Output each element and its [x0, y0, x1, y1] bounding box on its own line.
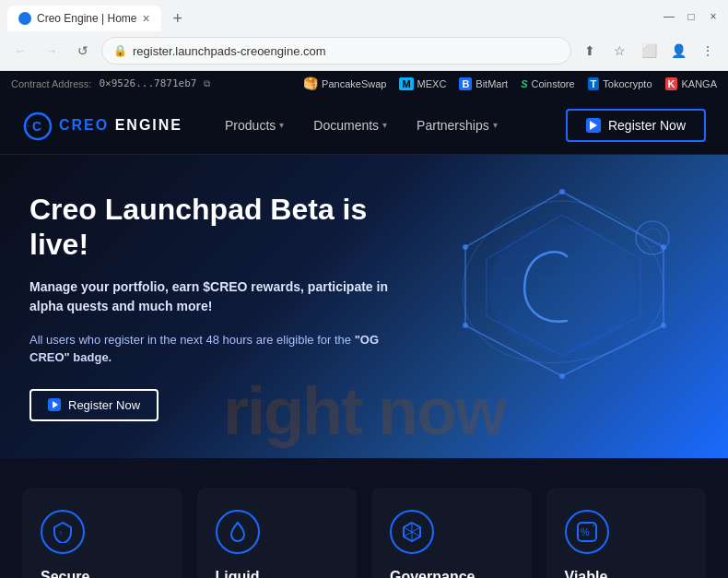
window-controls: — □ × — [662, 9, 721, 28]
chevron-down-icon: ▾ — [382, 120, 387, 130]
hero-note: All users who register in the next 48 ho… — [29, 331, 397, 367]
feature-card-liquid: Liquid Enjoy fluid in your transactions — [197, 488, 358, 578]
svg-line-25 — [593, 525, 594, 526]
address-text: register.launchpads-creoengine.com — [133, 44, 326, 58]
chevron-down-icon: ▾ — [279, 120, 284, 130]
svg-point-15 — [463, 323, 468, 328]
play-icon — [586, 118, 601, 133]
new-tab-button[interactable]: + — [165, 6, 191, 31]
contract-address: 0×9526...7871eb7 — [99, 77, 196, 89]
svg-text:%: % — [581, 526, 590, 537]
tab-title: Creo Engine | Home — [37, 12, 137, 25]
svg-text:C: C — [32, 119, 41, 134]
feature-icon-percent: % — [565, 510, 609, 554]
feature-card-viable: % Viable $CREO serves as the foundation — [546, 488, 707, 578]
exchange-name: PancakeSwap — [322, 78, 386, 89]
nav-item-documents[interactable]: Documents ▾ — [300, 111, 400, 140]
hero-title: Creo Launchpad Beta is live! — [29, 192, 397, 263]
hero-btn-label: Register Now — [68, 398, 140, 412]
play-icon — [48, 398, 61, 411]
share-icon[interactable]: ⬆ — [577, 38, 603, 64]
exchange-mexc[interactable]: M MEXC — [399, 77, 446, 90]
maximize-icon[interactable]: □ — [684, 9, 699, 24]
browser-titlebar: Creo Engine | Home × + — □ × — [0, 0, 728, 31]
browser-chrome: Creo Engine | Home × + — □ × ← → ↺ 🔒 reg… — [0, 0, 728, 71]
contract-label: Contract Address: — [11, 78, 91, 89]
profile-icon[interactable]: 👤 — [665, 38, 691, 64]
svg-text:·: · — [28, 123, 29, 129]
feature-title-liquid: Liquid — [216, 569, 339, 578]
tab-favicon — [18, 12, 31, 25]
feature-icon-hex — [390, 510, 434, 554]
exchange-name: KANGA — [681, 78, 717, 89]
tab-close-icon[interactable]: × — [143, 11, 150, 26]
features-section: ! Secure $CREO is fortified with certifi… — [0, 458, 728, 578]
menu-icon[interactable]: ⋮ — [695, 38, 721, 64]
svg-point-16 — [463, 244, 468, 250]
forward-button[interactable]: → — [39, 38, 65, 64]
nav-item-products[interactable]: Products ▾ — [212, 111, 297, 140]
hero-subtitle: Manage your portfolio, earn $CREO reward… — [29, 277, 397, 316]
exchange-tokocrypto[interactable]: T Tokocrypto — [588, 77, 652, 90]
nav-label-documents: Documents — [313, 118, 379, 133]
feature-card-secure: ! Secure $CREO is fortified with certifi… — [22, 488, 182, 578]
exchange-coinstore[interactable]: S Coinstore — [521, 78, 574, 89]
hero-register-button[interactable]: Register Now — [29, 389, 159, 421]
close-icon[interactable]: × — [706, 9, 721, 24]
nav-label-partnerships: Partnerships — [417, 118, 489, 133]
copy-icon[interactable]: ⧉ — [204, 78, 210, 89]
play-triangle — [53, 401, 58, 408]
exchange-name: BitMart — [476, 78, 508, 89]
browser-tab[interactable]: Creo Engine | Home × — [7, 6, 161, 31]
exchange-bitmart[interactable]: B BitMart — [459, 77, 508, 90]
logo-text: CREO ENGINE — [59, 117, 182, 134]
logo-icon: C · — [22, 111, 52, 140]
register-now-button[interactable]: Register Now — [566, 109, 706, 142]
reload-button[interactable]: ↺ — [70, 38, 96, 64]
lock-icon: 🔒 — [113, 44, 127, 57]
hero-content: Creo Launchpad Beta is live! Manage your… — [29, 192, 397, 421]
exchange-pancakeswap[interactable]: 🥞 PancakeSwap — [303, 77, 386, 90]
feature-icon-shield: ! — [41, 510, 85, 554]
toolbar-right: ⬆ ☆ ⬜ 👤 ⋮ — [577, 38, 721, 64]
hero-section: Creo Launchpad Beta is live! Manage your… — [0, 155, 728, 458]
feature-title-secure: Secure — [41, 569, 164, 578]
feature-card-governance: Governance $CREO empowers users with eff… — [371, 488, 532, 578]
feature-title-viable: Viable — [565, 569, 688, 578]
feature-title-governance: Governance — [390, 569, 513, 578]
exchange-name: Tokocrypto — [603, 78, 652, 89]
site-navigation: C · CREO ENGINE Products ▾ Documents ▾ P… — [0, 96, 728, 155]
nav-item-partnerships[interactable]: Partnerships ▾ — [404, 111, 511, 140]
exchange-list: 🥞 PancakeSwap M MEXC B BitMart S Coinsto… — [303, 77, 717, 90]
play-triangle — [590, 121, 597, 130]
svg-point-13 — [661, 323, 666, 328]
nav-label-products: Products — [225, 118, 276, 133]
chevron-down-icon: ▾ — [493, 120, 498, 130]
minimize-icon[interactable]: — — [662, 9, 676, 24]
exchange-name: MEXC — [417, 78, 447, 89]
svg-point-17 — [488, 224, 636, 353]
top-info-bar: Contract Address: 0×9526...7871eb7 ⧉ 🥞 P… — [0, 71, 728, 96]
browser-toolbar: ← → ↺ 🔒 register.launchpads-creoengine.c… — [0, 31, 728, 70]
logo[interactable]: C · CREO ENGINE — [22, 111, 182, 140]
feature-icon-drop — [216, 510, 260, 554]
nav-items: Products ▾ Documents ▾ Partnerships ▾ — [212, 111, 566, 140]
extensions-icon[interactable]: ⬜ — [636, 38, 662, 64]
svg-point-11 — [559, 189, 565, 195]
exchange-kanga[interactable]: K KANGA — [665, 77, 717, 90]
back-button[interactable]: ← — [7, 38, 33, 64]
register-btn-label: Register Now — [608, 118, 686, 133]
hero-illustration — [424, 173, 700, 385]
exchange-name: Coinstore — [532, 78, 575, 89]
address-bar[interactable]: 🔒 register.launchpads-creoengine.com — [101, 37, 571, 65]
bookmark-icon[interactable]: ☆ — [606, 38, 632, 64]
svg-text:!: ! — [60, 530, 62, 537]
svg-point-12 — [661, 244, 666, 250]
